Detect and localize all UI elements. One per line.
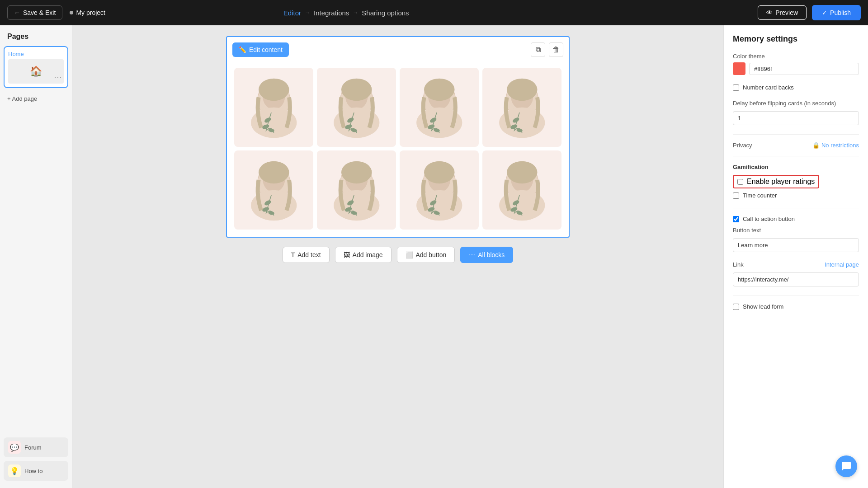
memory-card-4[interactable]	[482, 68, 561, 147]
privacy-label: Privacy	[733, 142, 752, 149]
call-to-action-section: Call to action button Button text	[733, 216, 859, 252]
page-card-home[interactable]: Home 🏠 ⋯	[4, 46, 68, 88]
svg-point-38	[341, 161, 372, 183]
forum-icon: 💬	[8, 441, 21, 454]
memory-card-7[interactable]	[400, 150, 479, 230]
nav-right: 👁 Preview ✓ Publish	[758, 5, 861, 20]
page-card-home-title: Home	[8, 51, 64, 59]
enable-player-ratings-highlighted: Enable player ratings	[733, 175, 819, 188]
link-row: Link Internal page	[733, 261, 859, 268]
divider-1	[733, 134, 859, 135]
save-exit-label: Save & Exit	[23, 9, 56, 16]
link-section: Link Internal page	[733, 261, 859, 286]
sidebar-item-howto[interactable]: 💡 How to	[4, 461, 68, 481]
button-text-input[interactable]	[733, 238, 859, 252]
add-page-label: + Add page	[7, 95, 37, 102]
link-url-input[interactable]	[733, 272, 859, 286]
delay-section: Delay before flipping cards (in seconds)	[733, 100, 859, 125]
number-card-backs-checkbox[interactable]	[733, 84, 739, 91]
edit-content-button[interactable]: ✏️ Edit content	[232, 42, 289, 57]
divider-3	[733, 208, 859, 208]
memory-card-2[interactable]	[317, 68, 396, 147]
project-name-text: My project	[76, 9, 105, 16]
sidebar: Pages Home 🏠 ⋯ + Add page 💬 Forum 💡 How …	[0, 25, 72, 488]
edit-content-label: Edit content	[249, 46, 283, 53]
add-text-button[interactable]: T Add text	[283, 247, 330, 263]
time-counter-label[interactable]: Time counter	[743, 192, 777, 199]
nav-steps: Editor → Integrations → Sharing options	[283, 9, 409, 17]
enable-player-ratings-checkbox[interactable]	[737, 179, 743, 185]
color-row	[733, 62, 859, 75]
back-arrow-icon: ←	[14, 9, 20, 16]
sidebar-item-forum[interactable]: 💬 Forum	[4, 437, 68, 457]
add-page-button[interactable]: + Add page	[4, 92, 68, 106]
image-icon: 🖼	[344, 251, 350, 258]
enable-player-ratings-label[interactable]: Enable player ratings	[747, 178, 815, 186]
show-lead-form-checkbox[interactable]	[733, 304, 739, 310]
right-panel: Memory settings Color theme Number card …	[723, 25, 868, 488]
add-image-label: Add image	[353, 251, 383, 258]
show-lead-form-label[interactable]: Show lead form	[743, 303, 783, 310]
memory-card-8[interactable]	[482, 150, 561, 230]
color-input[interactable]	[749, 63, 859, 75]
all-blocks-label: All blocks	[478, 251, 505, 258]
panel-title: Memory settings	[733, 34, 859, 44]
delay-label: Delay before flipping cards (in seconds)	[733, 100, 859, 107]
project-name-display: My project	[70, 9, 105, 16]
button-text-label: Button text	[733, 227, 859, 234]
memory-card-3[interactable]	[400, 68, 479, 147]
gamification-section: Gamification Enable player ratings Time …	[733, 164, 859, 199]
color-swatch[interactable]	[733, 62, 745, 75]
show-lead-form-row: Show lead form	[733, 303, 859, 310]
nav-step-sharing[interactable]: Sharing options	[362, 9, 409, 17]
add-image-button[interactable]: 🖼 Add image	[335, 247, 392, 263]
number-card-backs-section: Number card backs	[733, 84, 859, 91]
privacy-value-text: No restrictions	[821, 142, 859, 149]
page-card-more-icon[interactable]: ⋯	[54, 72, 62, 82]
call-to-action-row: Call to action button	[733, 216, 859, 222]
number-card-backs-label[interactable]: Number card backs	[743, 84, 794, 91]
canvas-wrapper: ✏️ Edit content ⧉ 🗑	[226, 36, 570, 238]
chat-icon	[841, 461, 852, 472]
button-icon: ⬜	[406, 251, 413, 258]
copy-icon-button[interactable]: ⧉	[531, 42, 545, 57]
memory-card-grid	[234, 44, 561, 230]
all-blocks-button[interactable]: ⋯ All blocks	[460, 247, 513, 263]
main-layout: Pages Home 🏠 ⋯ + Add page 💬 Forum 💡 How …	[0, 0, 868, 488]
privacy-value[interactable]: 🔒 No restrictions	[812, 142, 859, 149]
color-theme-label: Color theme	[733, 53, 859, 60]
delete-icon-button[interactable]: 🗑	[549, 42, 563, 57]
time-counter-checkbox[interactable]	[733, 192, 739, 199]
grid-icon: ⋯	[469, 251, 475, 258]
sidebar-bottom: 💬 Forum 💡 How to	[4, 437, 68, 481]
nav-arrow-1: →	[305, 9, 310, 16]
link-type[interactable]: Internal page	[825, 261, 859, 268]
canvas-area: ✏️ Edit content ⧉ 🗑	[72, 25, 723, 488]
svg-point-10	[341, 78, 372, 101]
chat-button[interactable]	[835, 455, 857, 477]
gamification-label: Gamification	[733, 164, 859, 170]
publish-button[interactable]: ✓ Publish	[812, 5, 861, 20]
memory-card-5[interactable]	[234, 150, 313, 230]
call-to-action-label[interactable]: Call to action button	[743, 216, 795, 222]
lock-icon: 🔒	[812, 142, 820, 149]
text-icon: T	[291, 251, 295, 258]
memory-card-6[interactable]	[317, 150, 396, 230]
nav-step-editor[interactable]: Editor	[283, 9, 301, 17]
memory-card-1[interactable]	[234, 68, 313, 147]
privacy-row: Privacy 🔒 No restrictions	[733, 142, 859, 149]
toolbar-strip: T Add text 🖼 Add image ⬜ Add button ⋯ Al…	[283, 247, 514, 263]
divider-2	[733, 156, 859, 156]
add-button-button[interactable]: ⬜ Add button	[397, 247, 455, 263]
call-to-action-checkbox[interactable]	[733, 216, 739, 222]
nav-step-integrations[interactable]: Integrations	[314, 9, 349, 17]
svg-point-24	[507, 78, 538, 101]
howto-icon: 💡	[8, 465, 21, 477]
preview-button[interactable]: 👁 Preview	[758, 5, 807, 20]
howto-label: How to	[24, 468, 42, 474]
eye-icon: 👁	[766, 9, 773, 16]
nav-arrow-2: →	[353, 9, 358, 16]
delay-input[interactable]	[733, 111, 859, 125]
save-exit-button[interactable]: ← Save & Exit	[7, 5, 62, 20]
svg-point-52	[507, 161, 538, 183]
